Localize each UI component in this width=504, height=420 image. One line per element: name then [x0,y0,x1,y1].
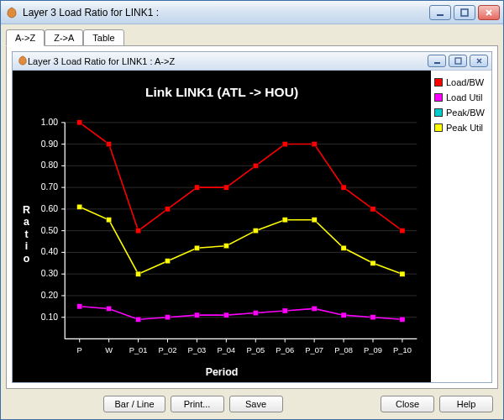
legend-item: Load Util [434,92,488,102]
legend-swatch [434,78,443,87]
legend-swatch [434,108,443,117]
svg-rect-72 [194,185,199,190]
tab-label: Z->A [54,33,74,43]
svg-rect-94 [135,317,140,322]
legend-swatch [434,93,443,102]
svg-rect-2 [434,62,440,64]
svg-text:0.20: 0.20 [41,291,58,300]
minimize-button[interactable] [429,5,451,20]
svg-text:0.60: 0.60 [41,204,58,213]
inner-window-title: Layer 3 Load Ratio for LINK1 : A->Z [28,56,428,66]
svg-text:Period: Period [206,366,239,378]
svg-text:i: i [25,240,28,252]
help-button[interactable]: Help [439,396,493,412]
svg-text:t: t [25,228,29,240]
svg-text:P: P [77,346,82,354]
svg-rect-98 [253,310,258,315]
svg-rect-87 [282,218,287,223]
svg-rect-103 [400,317,405,322]
svg-text:P_02: P_02 [159,346,177,354]
svg-text:P_06: P_06 [276,346,294,354]
svg-text:0.90: 0.90 [41,139,58,149]
svg-rect-97 [223,312,228,318]
svg-rect-99 [282,308,287,313]
svg-text:0.70: 0.70 [41,182,58,192]
svg-rect-101 [341,312,346,318]
svg-rect-70 [135,228,140,234]
svg-rect-78 [370,207,375,212]
tab-table[interactable]: Table [83,29,123,46]
inner-window: Layer 3 Load Ratio for LINK1 : A->Z Link… [12,51,492,383]
svg-rect-83 [165,259,170,264]
svg-rect-77 [341,185,346,190]
legend-label: Load Util [446,92,482,102]
svg-rect-85 [223,244,228,249]
svg-rect-88 [312,218,317,223]
svg-rect-89 [341,245,346,250]
tab-label: A->Z [15,33,35,43]
svg-text:0.10: 0.10 [41,312,58,322]
svg-rect-102 [370,315,375,320]
svg-text:0.30: 0.30 [41,269,58,278]
svg-rect-74 [253,163,258,168]
svg-text:a: a [24,217,29,228]
svg-rect-75 [282,142,287,147]
svg-text:P_05: P_05 [246,346,265,354]
tab-strip: A->Z Z->A Table [6,29,498,46]
tab-a-to-z[interactable]: A->Z [6,29,45,46]
svg-rect-96 [194,312,199,318]
svg-rect-82 [135,271,140,276]
svg-text:0.50: 0.50 [41,226,58,235]
inner-close-button[interactable] [470,55,488,67]
svg-rect-73 [223,185,228,190]
legend-item: Peak/BW [434,108,488,118]
svg-text:0.80: 0.80 [41,160,58,170]
inner-window-buttons [428,55,488,67]
tab-z-to-a[interactable]: Z->A [45,29,83,46]
svg-rect-84 [194,245,199,250]
svg-rect-93 [107,306,112,311]
inner-titlebar: Layer 3 Load Ratio for LINK1 : A->Z [13,52,491,71]
chart-plot: Link LINK1 (ATL -> HOU)0.100.200.300.400… [13,71,431,382]
legend-label: Peak Util [446,123,483,133]
svg-rect-1 [461,9,468,16]
legend: Load/BW Load Util Peak/BW Peak Util [431,71,491,382]
svg-text:o: o [24,253,30,265]
svg-rect-81 [107,218,112,223]
svg-rect-100 [312,306,317,311]
inner-maximize-button[interactable] [449,55,467,67]
close-dialog-button[interactable]: Close [381,396,434,412]
svg-rect-95 [165,315,170,320]
svg-rect-90 [370,260,375,265]
svg-rect-4 [13,71,431,382]
titlebar: Layer 3 Load Ratio for LINK1 : [1,1,503,24]
legend-item: Load/BW [434,77,488,87]
legend-label: Peak/BW [446,108,485,118]
chart-area: Link LINK1 (ATL -> HOU)0.100.200.300.400… [13,71,491,382]
inner-minimize-button[interactable] [428,55,446,67]
app-window: Layer 3 Load Ratio for LINK1 : A->Z Z->A… [0,0,504,420]
save-button[interactable]: Save [229,396,283,412]
tab-panel: Layer 3 Load Ratio for LINK1 : A->Z Link… [6,45,498,389]
svg-text:P_10: P_10 [393,346,412,354]
client-area: A->Z Z->A Table Layer 3 Load Ratio for L… [1,24,503,419]
svg-rect-86 [253,228,258,234]
svg-text:P_04: P_04 [217,346,235,354]
app-icon [6,7,18,18]
maximize-button[interactable] [454,5,475,20]
svg-rect-92 [77,304,82,309]
svg-rect-68 [77,120,82,125]
legend-swatch [434,123,443,132]
svg-text:R: R [23,204,30,216]
svg-rect-69 [107,142,112,147]
svg-rect-71 [165,207,170,212]
svg-text:P_01: P_01 [129,346,148,354]
print-button[interactable]: Print... [171,396,224,412]
svg-text:P_09: P_09 [364,346,382,354]
svg-rect-79 [400,228,405,234]
close-button[interactable] [478,5,500,20]
svg-text:1.00: 1.00 [41,118,58,127]
svg-text:W: W [105,346,113,354]
java-icon [18,55,28,67]
barline-button[interactable]: Bar / Line [103,396,165,412]
